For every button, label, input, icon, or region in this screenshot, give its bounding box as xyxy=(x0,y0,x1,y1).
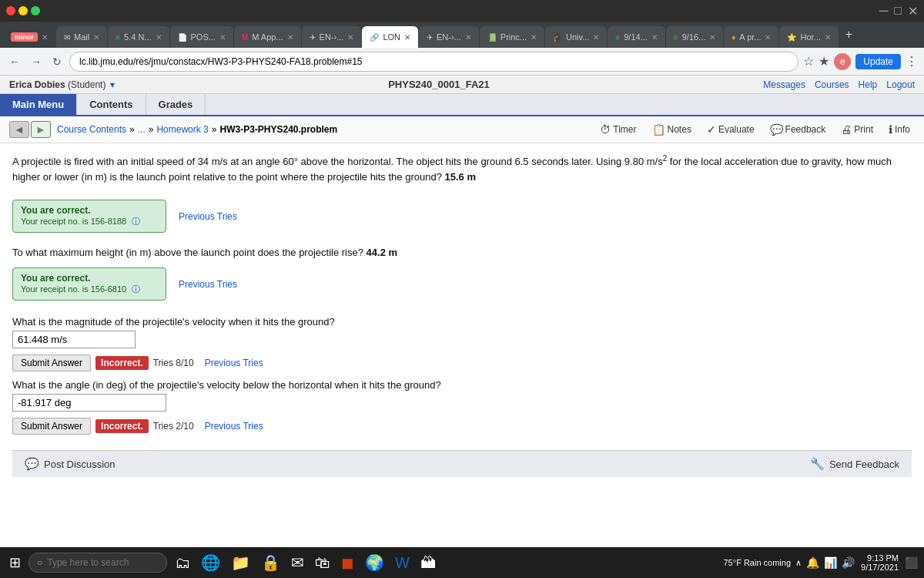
tab-pos[interactable]: 📄 POS... ✕ xyxy=(170,26,233,48)
tab-univ[interactable]: 🎓 Univ... ✕ xyxy=(545,26,607,48)
tab-m[interactable]: M M App... ✕ xyxy=(234,26,301,48)
taskbar-office-icon[interactable]: ◼ xyxy=(338,553,357,572)
close-icon[interactable]: ✕ xyxy=(908,4,918,18)
user-avatar[interactable]: e xyxy=(834,53,851,70)
mail-favicon: ✉ xyxy=(64,33,70,42)
taskbar-search-bar[interactable]: ○ xyxy=(28,553,167,573)
clock[interactable]: 9:13 PM 9/17/2021 xyxy=(861,553,899,572)
taskbar-lock-icon[interactable]: 🔒 xyxy=(258,553,283,572)
tab-close-apr[interactable]: ✕ xyxy=(765,33,771,42)
tab-close-minor[interactable]: ✕ xyxy=(42,33,48,42)
print-button[interactable]: 🖨 Print xyxy=(836,122,878,137)
logout-link[interactable]: Logout xyxy=(886,79,915,90)
feedback-button[interactable]: 💬 Feedback xyxy=(765,122,831,137)
q4-submit-button[interactable]: Submit Answer xyxy=(12,418,91,435)
taskbar-explorer-icon[interactable]: 🗂 xyxy=(172,554,193,572)
breadcrumb-course-contents[interactable]: Course Contents xyxy=(57,124,126,135)
tab-en2[interactable]: ✈ EN-›... ✕ xyxy=(419,26,479,48)
breadcrumb-sep1: » xyxy=(129,124,135,135)
taskbar-chrome-icon[interactable]: 🌍 xyxy=(362,553,387,572)
tab-54[interactable]: ≡ 5.4 N... ✕ xyxy=(108,26,169,48)
minimize-button[interactable] xyxy=(18,6,28,15)
q1-info-icon[interactable]: ⓘ xyxy=(132,217,140,226)
maximize-button[interactable] xyxy=(31,6,40,15)
close-button[interactable] xyxy=(6,6,15,15)
taskbar-folder-icon[interactable]: 📁 xyxy=(228,553,253,572)
tab-close-princ[interactable]: ✕ xyxy=(531,33,537,42)
q4-text: What is the angle (in deg) of the projec… xyxy=(12,379,912,391)
breadcrumb-ellipsis[interactable]: ... xyxy=(138,124,146,135)
q1-correct-title: You are correct. xyxy=(21,205,158,216)
taskbar-word-icon[interactable]: W xyxy=(392,554,413,572)
tray-icon-1[interactable]: 🔔 xyxy=(806,556,819,569)
q4-prev-tries-link[interactable]: Previous Tries xyxy=(205,421,263,432)
refresh-button[interactable]: ↻ xyxy=(49,54,65,69)
tab-lon[interactable]: 🔗 LON ✕ xyxy=(362,26,418,48)
send-feedback-button[interactable]: 🔧 Send Feedback xyxy=(810,457,899,471)
tab-916[interactable]: ≡ 9/16... ✕ xyxy=(666,26,723,48)
taskbar-mail-icon[interactable]: ✉ xyxy=(288,553,307,572)
tab-close-en1[interactable]: ✕ xyxy=(347,33,353,42)
tab-bar: minor ✕ ✉ Mail ✕ ≡ 5.4 N... ✕ 📄 POS... ✕… xyxy=(0,22,924,48)
tab-close-mail[interactable]: ✕ xyxy=(93,33,99,42)
tab-close-hor[interactable]: ✕ xyxy=(825,33,831,42)
prev-arrow[interactable]: ◄ xyxy=(9,121,29,138)
evaluate-button[interactable]: ✓ Evaluate xyxy=(702,122,759,137)
q2-info-icon[interactable]: ⓘ xyxy=(132,284,140,294)
tab-close-54[interactable]: ✕ xyxy=(156,33,162,42)
start-button[interactable]: ⊞ xyxy=(6,554,24,571)
post-discussion-button[interactable]: 💬 Post Discussion xyxy=(25,457,115,471)
q2-prev-tries-link[interactable]: Previous Tries xyxy=(179,279,237,290)
q3-prev-tries-link[interactable]: Previous Tries xyxy=(205,358,263,368)
answer1-value: 15.6 m xyxy=(444,171,475,183)
tab-hor[interactable]: ⭐ Hor... ✕ xyxy=(779,26,838,48)
notes-button[interactable]: 📋 Notes xyxy=(648,122,696,137)
q3-submit-button[interactable]: Submit Answer xyxy=(12,355,91,371)
tray-up-icon[interactable]: ∧ xyxy=(795,558,802,568)
update-button[interactable]: Update xyxy=(855,54,901,69)
tab-mail[interactable]: ✉ Mail ✕ xyxy=(56,26,107,48)
menu-grades[interactable]: Grades xyxy=(146,94,206,115)
tab-en1[interactable]: ✈ EN-›... ✕ xyxy=(302,26,362,48)
messages-link[interactable]: Messages xyxy=(763,79,805,90)
q3-input[interactable] xyxy=(12,331,136,348)
next-arrow[interactable]: ► xyxy=(31,121,51,138)
browser-window: ─ □ ✕ minor ✕ ✉ Mail ✕ ≡ 5.4 N... ✕ 📄 PO… xyxy=(0,0,924,576)
taskbar-edge-icon[interactable]: 🌐 xyxy=(198,553,223,572)
tab-close-pos[interactable]: ✕ xyxy=(219,33,226,42)
tab-close-914[interactable]: ✕ xyxy=(651,33,658,42)
restore-icon[interactable]: □ xyxy=(894,4,902,18)
taskbar-teams-icon[interactable]: 🏔 xyxy=(417,554,439,572)
new-tab-button[interactable]: + xyxy=(839,28,859,42)
bookmark-icon[interactable]: ★ xyxy=(819,54,829,69)
notification-icon[interactable]: ⬛ xyxy=(905,556,918,569)
tab-close-en2[interactable]: ✕ xyxy=(465,33,471,42)
timer-button[interactable]: ⏱ Timer xyxy=(595,122,641,137)
back-button[interactable]: ← xyxy=(6,54,23,69)
q4-input[interactable] xyxy=(12,394,166,412)
tab-close-916[interactable]: ✕ xyxy=(709,33,715,42)
tab-close-m[interactable]: ✕ xyxy=(287,33,293,42)
tab-close-lon[interactable]: ✕ xyxy=(404,33,410,42)
tab-princ[interactable]: 📗 Princ... ✕ xyxy=(480,26,544,48)
help-link[interactable]: Help xyxy=(859,79,878,90)
menu-main-menu[interactable]: Main Menu xyxy=(0,94,77,115)
forward-button[interactable]: → xyxy=(28,54,45,69)
menu-icon[interactable]: ⋮ xyxy=(906,54,918,69)
tab-apr[interactable]: ♦ A pr... ✕ xyxy=(724,26,778,48)
breadcrumb-homework3[interactable]: Homework 3 xyxy=(156,124,208,135)
tab-close-univ[interactable]: ✕ xyxy=(593,33,599,42)
menu-contents[interactable]: Contents xyxy=(77,94,146,115)
star-icon[interactable]: ☆ xyxy=(803,54,814,69)
taskbar-search-input[interactable] xyxy=(47,557,159,568)
tab-914[interactable]: ≡ 9/14... ✕ xyxy=(608,26,665,48)
tray-icon-2[interactable]: 📊 xyxy=(824,556,837,569)
tray-icon-3[interactable]: 🔊 xyxy=(842,556,855,569)
tab-minor[interactable]: minor ✕ xyxy=(3,26,55,48)
info-button[interactable]: ℹ Info xyxy=(884,122,915,137)
url-input[interactable] xyxy=(69,52,798,72)
q1-prev-tries-link[interactable]: Previous Tries xyxy=(179,211,237,222)
taskbar-store-icon[interactable]: 🛍 xyxy=(312,554,333,572)
minimize-icon[interactable]: ─ xyxy=(879,4,888,18)
courses-link[interactable]: Courses xyxy=(815,79,849,90)
